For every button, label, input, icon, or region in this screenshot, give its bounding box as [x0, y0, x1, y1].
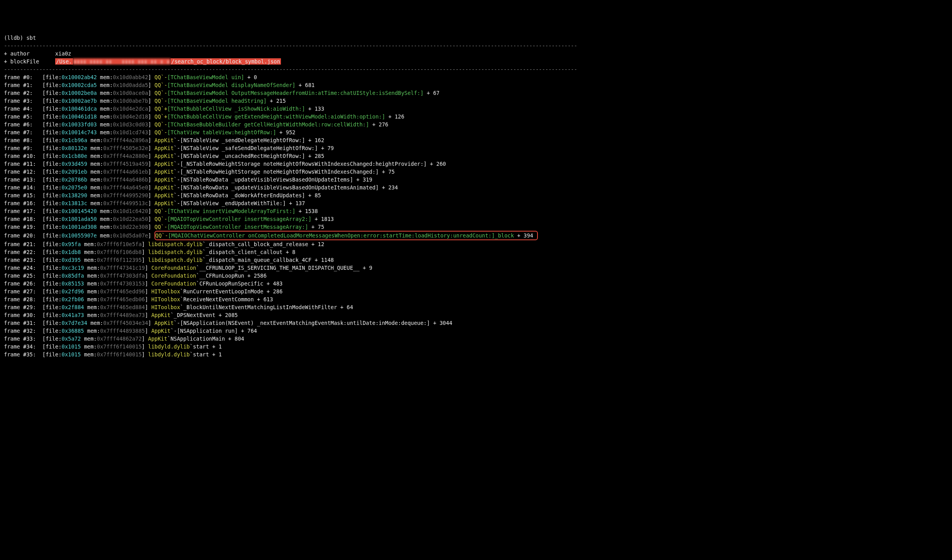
mem-prefix: mem:	[84, 312, 100, 318]
offset: + 952	[276, 129, 296, 135]
symbol-name: _DPSNextEvent	[174, 312, 216, 318]
file-prefix: [file:	[39, 351, 61, 358]
frame-number: #23:	[23, 257, 39, 263]
author-label: + author	[4, 50, 55, 57]
module-name: libdispatch.dylib	[148, 241, 203, 247]
offset: + 3044	[430, 320, 452, 326]
file-prefix: [file:	[39, 296, 61, 302]
mem-prefix: mem:	[97, 121, 113, 128]
frame-label: frame	[4, 137, 23, 143]
mem-addr: 0x7fff6f140015	[97, 351, 142, 358]
frame-number: #12:	[23, 169, 39, 175]
mem-prefix: mem:	[84, 304, 100, 310]
module-name: AppKit	[154, 176, 174, 183]
file-addr: 0x100461dca	[61, 106, 97, 112]
stack-frame: frame #3: [file:0x10002ae7b mem:0x10d0ab…	[4, 97, 948, 105]
mem-addr: 0x10d5da07e	[113, 232, 148, 239]
separator: `-	[174, 192, 180, 198]
file-prefix: [file:	[39, 273, 61, 279]
mem-addr: 0x10d4e2dca	[113, 106, 148, 112]
module-name: AppKit	[154, 137, 174, 143]
file-addr: 0x100461d18	[61, 113, 97, 120]
frame-label: frame	[4, 288, 23, 295]
file-prefix: [file:	[39, 320, 61, 326]
bracket-close: ]	[148, 161, 154, 167]
stack-frame: frame #14: [file:0x2075e0 mem:0x7fff44a6…	[4, 184, 948, 191]
module-name: AppKit	[151, 312, 171, 318]
offset: + 1	[209, 351, 222, 358]
stack-frame: frame #8: [file:0x1cb96a mem:0x7fff44a28…	[4, 136, 948, 144]
frame-label: frame	[4, 296, 23, 302]
file-addr: 0x2f884	[61, 304, 84, 310]
stack-frame: frame #12: [file:0x2091eb mem:0x7fff44a6…	[4, 168, 948, 176]
stack-frame: frame #28: [file:0x2fb06 mem:0x7fff465ed…	[4, 295, 948, 303]
mem-prefix: mem:	[87, 192, 103, 198]
symbol-name: [NSTableRowData _doWorkAfterEndUpdates]	[180, 192, 305, 198]
frame-label: frame	[4, 98, 23, 104]
separator: `-	[174, 184, 180, 191]
frame-label: frame	[4, 241, 23, 247]
file-addr: 0x138290	[61, 192, 87, 198]
stack-frame: frame #2: [file:0x10002be0a mem:0x10d0ac…	[4, 89, 948, 97]
mem-addr: 0x7fff44893885	[100, 328, 145, 334]
offset: + 1148	[311, 257, 334, 263]
frame-label: frame	[4, 208, 23, 214]
file-prefix: [file:	[39, 106, 61, 112]
frame-label: frame	[4, 312, 23, 318]
file-prefix: [file:	[39, 153, 61, 159]
bracket-close: ]	[148, 184, 154, 191]
module-name: libdispatch.dylib	[148, 249, 203, 255]
bracket-close: ]	[148, 98, 154, 104]
file-addr: 0x20786b	[61, 176, 87, 183]
symbol-name: [TChatBaseViewModel headString]	[167, 98, 267, 104]
offset: + 483	[263, 280, 283, 287]
separator: `-	[161, 90, 167, 96]
offset: + 2085	[216, 312, 238, 318]
file-addr: 0x10002ae7b	[61, 98, 97, 104]
stack-frame: frame #24: [file:0xc3c19 mem:0x7fff47341…	[4, 264, 948, 272]
mem-prefix: mem:	[97, 113, 113, 120]
frame-label: frame	[4, 343, 23, 350]
bracket-close: ]	[148, 232, 154, 239]
frame-number: #21:	[23, 241, 39, 247]
mem-addr: 0x7fff4505e32e	[103, 145, 148, 151]
frame-label: frame	[4, 257, 23, 263]
file-addr: 0x2075e0	[61, 184, 87, 191]
file-addr: 0x2091eb	[61, 169, 87, 175]
symbol-name: [NSTableView _safeSendDelegateHeightOfRo…	[180, 145, 318, 151]
mem-prefix: mem:	[87, 176, 103, 183]
mem-addr: 0x7fff44a6486b	[103, 176, 148, 183]
frame-label: frame	[4, 192, 23, 198]
symbol-name: [TChatBaseViewModel displayNameOfSender]	[167, 82, 296, 88]
separator: `-	[174, 153, 180, 159]
symbol-name: ReceiveNextEventCommon	[183, 296, 254, 302]
module-name: QQ	[154, 216, 161, 222]
file-addr: 0x7d7e34	[61, 320, 87, 326]
mem-prefix: mem:	[97, 90, 113, 96]
file-prefix: [file:	[39, 90, 61, 96]
blockfile-label: + blockFile	[4, 58, 55, 65]
separator: `-	[161, 216, 167, 222]
stack-frame: frame #16: [file:0x13813c mem:0x7fff4499…	[4, 199, 948, 207]
frame-label: frame	[4, 161, 23, 167]
frame-number: #32:	[23, 328, 39, 334]
mem-prefix: mem:	[81, 241, 97, 247]
mem-addr: 0x7fff4519a459	[103, 161, 148, 167]
module-name: QQ	[154, 90, 161, 96]
divider: ----------------------------------------…	[4, 66, 577, 72]
symbol-name: [NSApplication(NSEvent) _nextEventMatchi…	[180, 320, 430, 326]
mem-addr: 0x10d22e308	[113, 224, 148, 230]
frame-label: frame	[4, 153, 23, 159]
separator: `	[180, 296, 183, 302]
mem-addr: 0x7fff465ed884	[100, 304, 145, 310]
separator: `-	[161, 82, 167, 88]
separator: `	[196, 280, 199, 287]
mem-addr: 0x7fff4499513c	[103, 200, 148, 206]
mem-prefix: mem:	[97, 74, 113, 80]
bracket-close: ]	[142, 257, 148, 263]
mem-addr: 0x10d4e2d18	[113, 113, 148, 120]
module-name: QQ	[154, 113, 161, 120]
file-prefix: [file:	[39, 74, 61, 80]
file-prefix: [file:	[39, 336, 61, 342]
separator: `	[196, 265, 199, 271]
